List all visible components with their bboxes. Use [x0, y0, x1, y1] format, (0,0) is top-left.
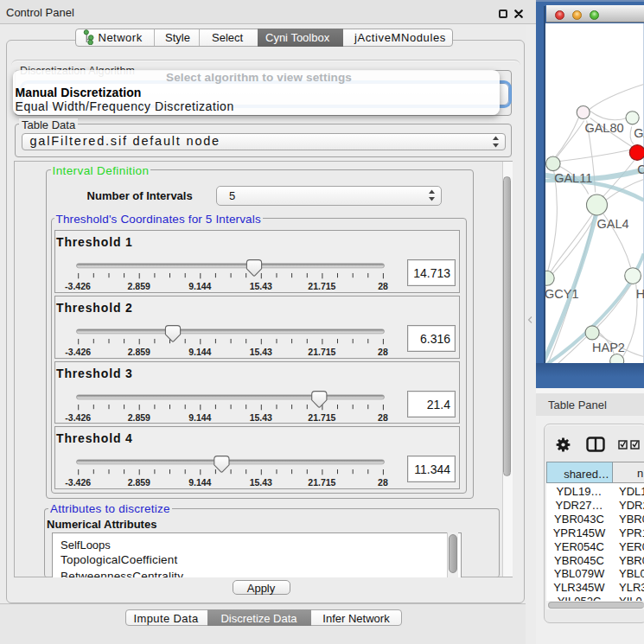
svg-text:C: C	[637, 163, 643, 176]
svg-text:GAL11: GAL11	[554, 171, 592, 185]
svg-text:GAL80: GAL80	[585, 120, 624, 134]
svg-text:GCY1: GCY1	[545, 287, 579, 301]
svg-text:HAP2: HAP2	[592, 341, 625, 354]
svg-text:H: H	[636, 287, 644, 301]
svg-text:GA: GA	[634, 126, 643, 140]
svg-text:GAL4: GAL4	[597, 216, 629, 230]
